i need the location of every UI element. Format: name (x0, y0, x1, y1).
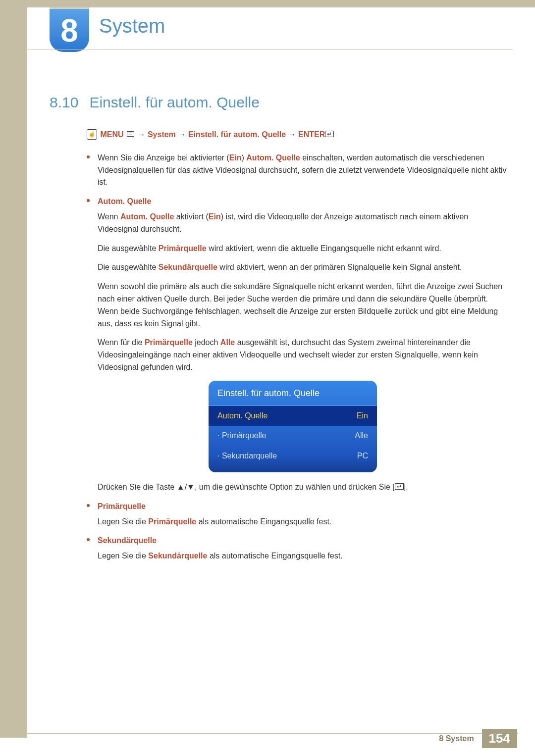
arrow-icon: → (137, 130, 145, 139)
menu-path: ☝ MENU → System → Einstell. für autom. Q… (87, 129, 508, 141)
highlight: Sekundärquelle (159, 263, 217, 271)
path-einstell: Einstell. für autom. Quelle (188, 130, 286, 139)
autom-quelle-bullet: Autom. Quelle Wenn Autom. Quelle aktivie… (87, 196, 508, 494)
paragraph: Die ausgewählte Primärquelle wird aktivi… (98, 243, 508, 255)
text: Die ausgewählte (98, 244, 159, 252)
arrow-icon: → (288, 130, 296, 139)
text: jedoch (193, 338, 220, 347)
chapter-title: System (99, 15, 165, 37)
subhead-primaerquelle: Primärquelle (98, 501, 508, 513)
primaerquelle-bullet: Primärquelle Legen Sie die Primärquelle … (87, 501, 508, 528)
text: , um die gewünschte Option zu wählen und… (195, 483, 395, 491)
highlight: Ein (209, 212, 221, 221)
text: ) (242, 153, 247, 162)
text: Legen Sie die (98, 517, 148, 526)
osd-row-label: · Primärquelle (217, 430, 267, 442)
chapter-tab: 8 (50, 7, 89, 52)
section-title: Einstell. für autom. Quelle (89, 94, 260, 110)
top-stripe (0, 0, 535, 7)
page-footer: 8 System 154 (439, 729, 517, 748)
osd-row-value: Ein (357, 410, 368, 422)
text: Wenn für die (98, 338, 145, 347)
content-body: ☝ MENU → System → Einstell. für autom. Q… (87, 129, 508, 569)
paragraph: Die ausgewählte Sekundärquelle wird akti… (98, 261, 508, 274)
text: Drücken Sie die Taste (98, 483, 177, 491)
osd-panel: Einstell. für autom. Quelle Autom. Quell… (209, 381, 377, 472)
highlight: Sekundärquelle (148, 552, 207, 560)
enter-icon (395, 483, 404, 490)
osd-row-autom-quelle: Autom. Quelle Ein (209, 406, 377, 426)
left-stripe (0, 0, 27, 738)
arrow-icon: → (178, 130, 186, 139)
osd-row-value: Alle (355, 430, 368, 442)
text: Die ausgewählte (98, 263, 159, 271)
section-number: 8.10 (50, 94, 78, 110)
text: Legen Sie die (98, 552, 148, 560)
intro-bullet: Wenn Sie die Anzeige bei aktivierter (Ei… (87, 152, 508, 189)
text: Wenn (98, 212, 120, 221)
remote-icon: ☝ (87, 129, 97, 140)
instruction-text: Drücken Sie die Taste ▲/▼, um die gewüns… (98, 481, 508, 494)
osd-row-label: Autom. Quelle (217, 410, 268, 422)
paragraph: Wenn sowohl die primäre als auch die sek… (98, 281, 508, 330)
subhead-sekundaerquelle: Sekundärquelle (98, 535, 508, 547)
path-system: System (148, 130, 176, 139)
menu-icon (127, 131, 134, 137)
text: Wenn Sie die Anzeige bei aktivierter ( (98, 153, 229, 162)
osd-row-sekundarquelle: · Sekundarquelle PC (209, 446, 377, 466)
osd-title: Einstell. für autom. Quelle (209, 381, 377, 406)
menu-label: MENU (100, 130, 123, 139)
osd-row-value: PC (357, 450, 368, 462)
enter-label: ENTER (298, 130, 325, 139)
highlight: Primärquelle (148, 517, 196, 526)
text: als automatische Eingangsquelle fest. (207, 552, 342, 560)
footer-chapter: 8 System (439, 734, 474, 743)
header-divider (27, 50, 513, 50)
highlight: Alle (220, 338, 235, 347)
highlight-ein: Ein (229, 153, 242, 162)
subhead-autom-quelle: Autom. Quelle (98, 196, 508, 208)
page-number: 154 (482, 729, 517, 748)
paragraph: Wenn Autom. Quelle aktiviert (Ein) ist, … (98, 211, 508, 236)
highlight: Primärquelle (145, 338, 193, 347)
osd-row-primaerquelle: · Primärquelle Alle (209, 426, 377, 446)
osd-row-label: · Sekundarquelle (217, 450, 277, 462)
enter-icon (325, 131, 334, 137)
text: wird aktiviert, wenn die aktuelle Eingan… (207, 244, 441, 252)
section-heading: 8.10Einstell. für autom. Quelle (50, 94, 260, 111)
paragraph: Legen Sie die Sekundärquelle als automat… (98, 550, 508, 562)
highlight: Autom. Quelle (120, 212, 174, 221)
updown-icon: ▲/▼ (177, 483, 195, 491)
highlight: Primärquelle (159, 244, 207, 252)
text: als automatische Eingangsquelle fest. (196, 517, 331, 526)
sekundaerquelle-bullet: Sekundärquelle Legen Sie die Sekundärque… (87, 535, 508, 562)
text: ]. (404, 483, 408, 491)
highlight-autom-quelle: Autom. Quelle (246, 153, 300, 162)
text: wird aktiviert, wenn an der primären Sig… (217, 263, 462, 271)
paragraph: Legen Sie die Primärquelle als automatis… (98, 516, 508, 528)
text: aktiviert ( (174, 212, 208, 221)
paragraph: Wenn für die Primärquelle jedoch Alle au… (98, 337, 508, 373)
